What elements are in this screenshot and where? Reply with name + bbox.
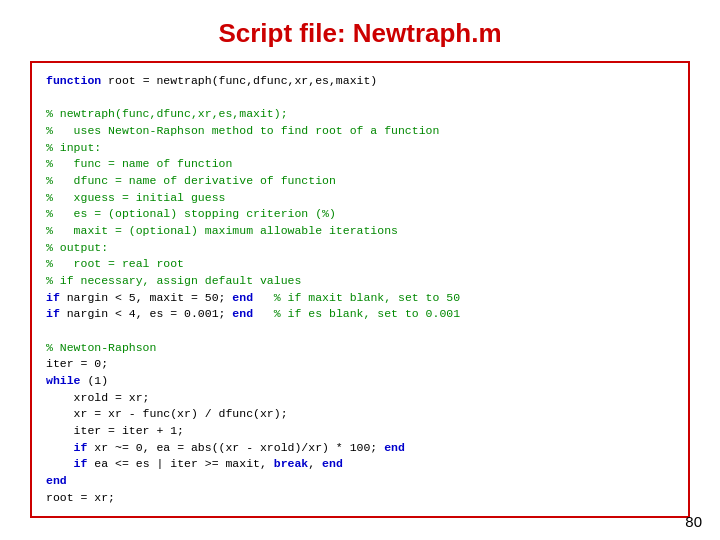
code-box: function root = newtraph(func,dfunc,xr,e… — [30, 61, 690, 518]
code-line-c1: % newtraph(func,dfunc,xr,es,maxit); — [46, 106, 674, 123]
code-line-root: root = xr; — [46, 490, 674, 507]
code-line-c7: % es = (optional) stopping criterion (%) — [46, 206, 674, 223]
code-line-c8: % maxit = (optional) maximum allowable i… — [46, 223, 674, 240]
code-line-if1: if nargin < 5, maxit = 50; end % if maxi… — [46, 290, 674, 307]
code-line-while: while (1) — [46, 373, 674, 390]
code-line-xr: xr = xr - func(xr) / dfunc(xr); — [46, 406, 674, 423]
code-line-blank2 — [46, 323, 674, 340]
code-line-c12: % Newton-Raphson — [46, 340, 674, 357]
page-number: 80 — [685, 513, 702, 530]
code-line-c9: % output: — [46, 240, 674, 257]
code-line-c3: % input: — [46, 140, 674, 157]
code-line-iterinc: iter = iter + 1; — [46, 423, 674, 440]
code-line-c11: % if necessary, assign default values — [46, 273, 674, 290]
code-line-end: end — [46, 473, 674, 490]
code-line-xrold: xrold = xr; — [46, 390, 674, 407]
code-line-c10: % root = real root — [46, 256, 674, 273]
code-line-c4: % func = name of function — [46, 156, 674, 173]
code-line-c5: % dfunc = name of derivative of function — [46, 173, 674, 190]
code-line-blank1 — [46, 90, 674, 107]
code-line-if2: if nargin < 4, es = 0.001; end % if es b… — [46, 306, 674, 323]
code-line-ea: if xr ~= 0, ea = abs((xr - xrold)/xr) * … — [46, 440, 674, 457]
code-line-iter: iter = 0; — [46, 356, 674, 373]
code-line-1: function root = newtraph(func,dfunc,xr,e… — [46, 73, 674, 90]
page-title: Script file: Newtraph.m — [0, 0, 720, 61]
code-line-break: if ea <= es | iter >= maxit, break, end — [46, 456, 674, 473]
code-line-c2: % uses Newton-Raphson method to find roo… — [46, 123, 674, 140]
code-line-c6: % xguess = initial guess — [46, 190, 674, 207]
